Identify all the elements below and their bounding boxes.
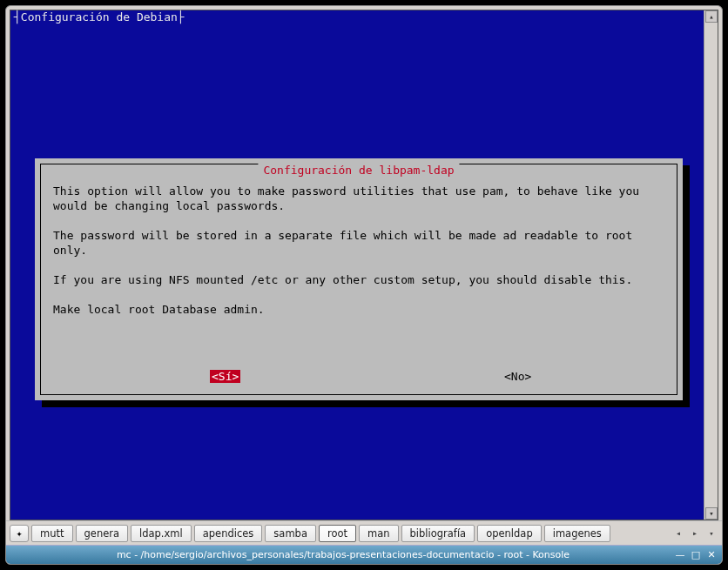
- tab-scroll-right[interactable]: ▸: [688, 525, 702, 542]
- tui-header-title: ┤Configuración de Debian├: [14, 10, 185, 23]
- tab-bibliografía[interactable]: bibliografía: [401, 525, 475, 542]
- yes-button[interactable]: <Sí>: [210, 370, 240, 383]
- tab-imagenes[interactable]: imagenes: [544, 525, 610, 542]
- dialog-para3: If you are using NFS mounted /etc or any…: [53, 273, 632, 286]
- tab-menu-button[interactable]: ▾: [704, 525, 718, 542]
- scroll-down-button[interactable]: ▾: [705, 507, 718, 520]
- dialog-para2: The password will be stored in a separat…: [53, 229, 639, 257]
- close-button[interactable]: ✕: [706, 549, 717, 560]
- dialog-border: Configuración de libpam-ldap This option…: [40, 164, 677, 395]
- tab-openldap[interactable]: openldap: [477, 525, 542, 542]
- tab-ldap.xml[interactable]: ldap.xml: [131, 525, 192, 542]
- dialog-para1: This option will allow you to make passw…: [53, 184, 646, 212]
- window-title: mc - /home/sergio/archivos_personales/tr…: [11, 549, 675, 560]
- dialog-para4: Make local root Database admin.: [53, 303, 265, 316]
- terminal-scrollbar[interactable]: ▴ ▾: [704, 10, 718, 520]
- window-titlebar: mc - /home/sergio/archivos_personales/tr…: [6, 545, 722, 564]
- tab-apendices[interactable]: apendices: [194, 525, 263, 542]
- new-tab-icon: ✦: [16, 527, 22, 540]
- tab-man[interactable]: man: [359, 525, 399, 542]
- konsole-window: ┤Configuración de Debian├ Configuración …: [5, 5, 723, 565]
- dialog-title: Configuración de libpam-ldap: [258, 164, 459, 177]
- terminal-viewport[interactable]: ┤Configuración de Debian├ Configuración …: [10, 10, 718, 520]
- no-button[interactable]: <No>: [504, 370, 531, 383]
- tab-root[interactable]: root: [319, 525, 356, 542]
- libpam-ldap-dialog: Configuración de libpam-ldap This option…: [35, 158, 683, 400]
- minimize-button[interactable]: —: [675, 549, 685, 560]
- scroll-up-button[interactable]: ▴: [705, 10, 718, 23]
- maximize-button[interactable]: □: [691, 549, 701, 560]
- tab-genera[interactable]: genera: [76, 525, 129, 542]
- new-tab-button[interactable]: ✦: [10, 525, 29, 542]
- tab-mutt[interactable]: mutt: [31, 525, 73, 542]
- window-controls: — □ ✕: [675, 549, 717, 560]
- tab-scroll-left[interactable]: ◂: [671, 525, 685, 542]
- tab-samba[interactable]: samba: [265, 525, 316, 542]
- tab-strip: ✦ muttgeneraldap.xmlapendicessambarootma…: [6, 520, 722, 545]
- dialog-body: This option will allow you to make passw…: [53, 184, 664, 317]
- tabs-container: muttgeneraldap.xmlapendicessambarootmanb…: [31, 525, 669, 542]
